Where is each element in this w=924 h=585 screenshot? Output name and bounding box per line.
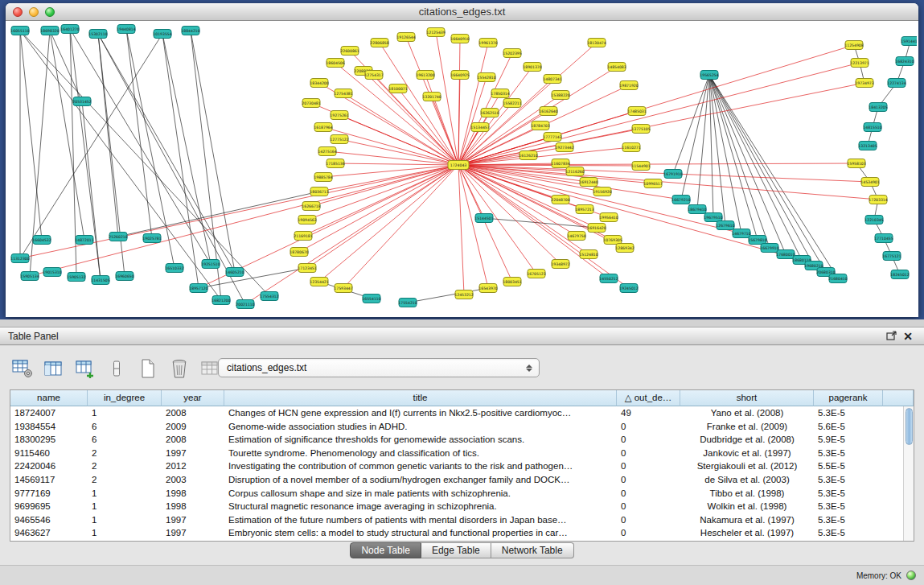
column-header-short[interactable]: short xyxy=(680,390,814,406)
graph-node[interactable]: 16187964 xyxy=(314,123,332,132)
new-table-button[interactable] xyxy=(135,356,161,381)
minimize-window-button[interactable] xyxy=(29,7,39,17)
table-scrollbar[interactable] xyxy=(903,406,914,541)
column-header-out-degree[interactable]: △ out_de… xyxy=(617,390,680,406)
column-header-year[interactable]: year xyxy=(162,390,224,406)
graph-node[interactable]: 12754381 xyxy=(334,89,352,98)
graph-node[interactable]: 19015310 xyxy=(43,268,61,277)
table-cell[interactable]: Estimation of significance thresholds fo… xyxy=(224,433,617,447)
table-cell[interactable]: 18724007 xyxy=(10,406,88,420)
graph-node[interactable]: 15542810 xyxy=(477,73,495,82)
graph-node[interactable]: 18245012 xyxy=(890,270,909,279)
graph-node[interactable]: 12274134 xyxy=(887,79,906,88)
table-cell[interactable]: Investigating the contribution of common… xyxy=(224,459,617,473)
table-cell[interactable]: 1998 xyxy=(162,500,224,513)
table-cell[interactable]: 0 xyxy=(617,500,680,513)
graph-node[interactable]: 18957120 xyxy=(189,284,207,293)
graph-node[interactable]: 20531452 xyxy=(72,97,91,106)
graph-node[interactable]: 22806858 xyxy=(370,39,388,47)
graph-node[interactable]: 18844210 xyxy=(181,27,199,35)
table-cell[interactable]: 2 xyxy=(88,447,162,460)
graph-node[interactable]: 17185136 xyxy=(326,159,344,168)
table-cell[interactable]: Embryonic stem cells: a model to study s… xyxy=(224,526,617,540)
graph-node[interactable]: 16266718 xyxy=(302,202,320,211)
graph-node[interactable]: 19025781 xyxy=(142,234,161,243)
table-cell[interactable]: 0 xyxy=(617,459,680,473)
delete-table-button[interactable] xyxy=(166,356,192,381)
graph-node[interactable]: 19734973 xyxy=(855,79,873,88)
graph-node[interactable]: 16543970 xyxy=(478,284,497,293)
graph-node[interactable]: 16824310 xyxy=(895,57,914,66)
table-cell[interactable]: Structural magnetic resonance image aver… xyxy=(224,500,617,513)
graph-node[interactable]: 16960650 xyxy=(115,272,133,281)
graph-node[interactable]: 15144501 xyxy=(474,214,493,223)
network-canvas[interactable]: 1724043226008611860450622088360183442001… xyxy=(6,21,918,316)
table-cell[interactable]: 5.3E-5 xyxy=(814,447,883,460)
graph-node[interactable]: 19126544 xyxy=(396,33,415,42)
graph-node[interactable]: 18003451 xyxy=(503,278,521,286)
table-cell[interactable]: 5.5E-5 xyxy=(814,459,883,473)
table-cell[interactable]: Genome-wide association studies in ADHD. xyxy=(224,420,617,434)
graph-node[interactable]: 21169181 xyxy=(294,232,312,241)
table-cell[interactable]: 0 xyxy=(617,473,680,487)
import-table-button[interactable] xyxy=(72,356,98,381)
table-cell[interactable]: 2009 xyxy=(162,420,224,434)
graph-node[interactable]: 12354421 xyxy=(310,278,328,286)
graph-node[interactable]: 15905132 xyxy=(67,273,85,282)
table-cell[interactable]: 0 xyxy=(617,447,680,460)
graph-node[interactable]: 14605210 xyxy=(225,268,244,277)
graph-node[interactable]: 16821200 xyxy=(211,296,230,305)
tab-node-table[interactable]: Node Table xyxy=(350,542,421,558)
table-cell[interactable]: 9777169 xyxy=(10,487,88,501)
table-options-button[interactable] xyxy=(10,356,35,381)
table-cell[interactable]: 1 xyxy=(88,513,162,527)
graph-node[interactable]: 18679410 xyxy=(688,205,706,214)
graph-node[interactable]: 19679510 xyxy=(704,213,722,222)
table-row[interactable]: 1938455462009Genome-wide association stu… xyxy=(10,420,914,434)
table-cell[interactable]: Stergiakouli et al. (2012) xyxy=(680,459,814,473)
table-cell[interactable]: Yano et al. (2008) xyxy=(680,406,814,420)
graph-node[interactable]: 17554210 xyxy=(398,299,417,307)
graph-node[interactable]: 14550212 xyxy=(599,274,618,283)
tab-edge-table[interactable]: Edge Table xyxy=(421,542,491,558)
graph-node[interactable]: 16604532 xyxy=(32,236,51,245)
table-cell[interactable]: 1998 xyxy=(162,487,224,501)
graph-node[interactable]: 16791910 xyxy=(663,170,682,179)
graph-node[interactable]: 13213405 xyxy=(858,142,877,150)
column-header-name[interactable]: name xyxy=(10,390,88,406)
table-cell[interactable]: 2 xyxy=(88,459,162,473)
graph-node[interactable]: 19440814 xyxy=(117,25,135,34)
graph-node[interactable]: 19565254 xyxy=(700,71,718,80)
graph-node[interactable]: 11610271 xyxy=(622,143,640,152)
graph-node[interactable]: 19871920 xyxy=(619,81,638,90)
table-cell[interactable]: 2008 xyxy=(162,433,224,447)
tab-network-table[interactable]: Network Table xyxy=(491,542,574,558)
graph-node[interactable]: 10996517 xyxy=(643,179,662,188)
table-row[interactable]: 1830029562008Estimation of significance … xyxy=(10,433,914,447)
graph-node[interactable]: 15124810 xyxy=(579,250,598,259)
graph-node[interactable]: 16916420 xyxy=(587,224,606,233)
graph-node[interactable]: 17710455 xyxy=(874,234,893,243)
table-cell[interactable]: 2003 xyxy=(162,473,224,487)
table-cell[interactable]: 6 xyxy=(88,420,162,434)
table-cell[interactable]: 14569117 xyxy=(10,473,88,487)
table-cell[interactable]: Corpus callosum shape and size in male p… xyxy=(224,487,617,501)
float-panel-icon[interactable] xyxy=(884,329,900,344)
table-cell[interactable]: 5.3E-5 xyxy=(814,526,883,540)
column-header-in-degree[interactable]: in_degree xyxy=(88,390,162,406)
graph-node[interactable]: 15914410 xyxy=(901,37,917,46)
graph-node[interactable]: 16679210 xyxy=(671,196,690,204)
table-cell[interactable]: 1997 xyxy=(162,447,224,460)
table-cell[interactable]: 5.3E-5 xyxy=(814,406,883,420)
graph-node[interactable]: 15582211 xyxy=(503,99,521,108)
table-cell[interactable]: 5.3E-5 xyxy=(814,487,883,501)
graph-node[interactable]: 11312300 xyxy=(10,254,29,263)
graph-node[interactable]: 16912440 xyxy=(579,178,598,187)
table-cell[interactable]: 5.9E-5 xyxy=(814,433,883,447)
graph-node[interactable]: 14807341 xyxy=(543,75,561,84)
graph-node[interactable]: 21680410 xyxy=(828,274,847,283)
graph-node[interactable]: 16401270 xyxy=(60,25,79,34)
select-columns-button[interactable] xyxy=(41,356,67,381)
table-scrollbar-thumb[interactable] xyxy=(906,408,913,445)
graph-node[interactable]: 18604506 xyxy=(326,59,344,68)
